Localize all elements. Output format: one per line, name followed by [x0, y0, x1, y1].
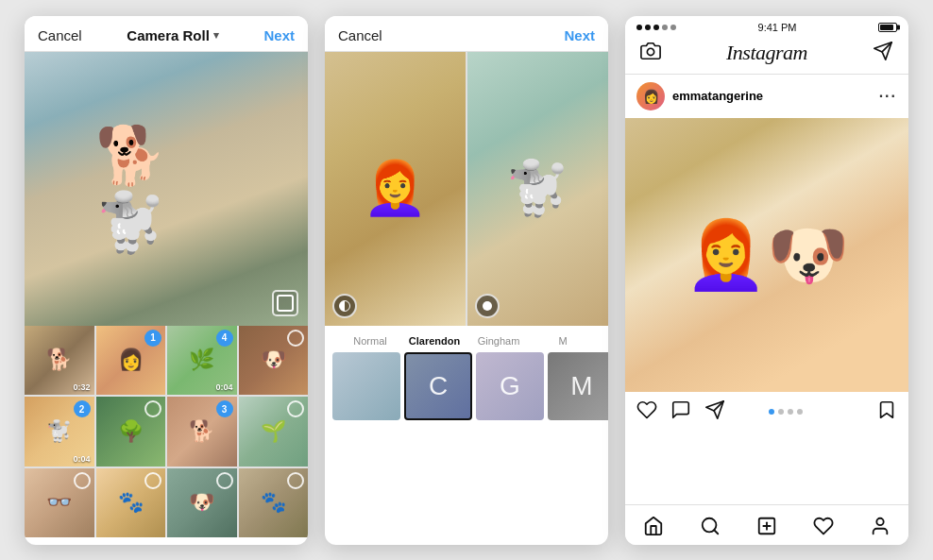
chevron-down-icon: ▾ [213, 29, 219, 42]
phone1-next-button[interactable]: Next [263, 27, 295, 43]
signal-dot [670, 25, 676, 30]
phone-2-filter: Cancel Next 👩‍🦰 🐩 Normal Clarendon Gingh… [325, 16, 608, 545]
phone2-header: Cancel Next [325, 16, 608, 52]
phone-3-instagram: 9:41 PM Instagram 👩 emmatangerine ··· 👩‍… [625, 16, 908, 545]
filter-thumb-normal[interactable] [332, 352, 400, 420]
thumbnail-grid: 0:32 1 4 0:04 2 0:04 3 [25, 326, 308, 538]
filter-clarendon-label[interactable]: Clarendon [402, 335, 466, 347]
phone1-header: Cancel Camera Roll ▾ Next [25, 16, 308, 52]
selection-circle [287, 400, 304, 417]
selection-circle [74, 472, 91, 489]
svg-point-10 [876, 518, 883, 524]
selection-number: 2 [74, 400, 91, 417]
video-duration: 0:04 [73, 454, 90, 464]
selection-circle [144, 400, 161, 417]
table-row[interactable]: 0:32 [25, 326, 94, 396]
carousel-dot [797, 409, 803, 415]
table-row[interactable] [25, 468, 94, 538]
avatar[interactable]: 👩 [636, 82, 665, 110]
signal-dot [645, 25, 651, 30]
post-actions [625, 392, 908, 429]
camera-roll-label: Camera Roll [127, 27, 210, 43]
bookmark-icon[interactable] [876, 399, 897, 425]
filter-strip: Normal Clarendon Gingham M C G M [325, 326, 608, 426]
table-row[interactable] [96, 468, 166, 538]
phone2-next-button[interactable]: Next [564, 27, 595, 43]
selection-circle [287, 330, 304, 347]
filter-thumb-clarendon[interactable]: C [404, 352, 472, 420]
share-icon[interactable] [704, 399, 725, 425]
signal-dot [636, 25, 642, 30]
table-row[interactable]: 2 0:04 [25, 397, 94, 467]
svg-line-6 [714, 530, 718, 534]
selection-number: 4 [216, 330, 233, 347]
instagram-post-photo: 👩‍🦰🐶 [625, 118, 908, 392]
filter-thumbs-row: C G M [325, 352, 608, 420]
table-row[interactable] [167, 468, 237, 538]
table-row[interactable] [239, 468, 309, 538]
phone1-title[interactable]: Camera Roll ▾ [127, 27, 219, 43]
signal-dot [653, 25, 659, 30]
phone2-cancel-button[interactable]: Cancel [338, 27, 382, 43]
dog-photo2: 🐩 [467, 52, 608, 326]
activity-icon[interactable] [806, 513, 840, 539]
home-icon[interactable] [636, 513, 670, 539]
filter-gingham-label[interactable]: Gingham [466, 335, 531, 347]
carousel-dots [769, 409, 803, 415]
carousel-dot [788, 409, 793, 415]
filter-normal-label[interactable]: Normal [338, 335, 402, 347]
camera-icon[interactable] [640, 41, 661, 66]
video-duration: 0:04 [215, 382, 232, 392]
profile-icon[interactable] [863, 513, 897, 539]
select-multiple-button[interactable] [272, 290, 298, 316]
selection-circle [216, 472, 233, 489]
selfie-photo: 👩‍🦰 [325, 52, 466, 326]
table-row[interactable]: 4 0:04 [167, 326, 237, 396]
carousel-dot [769, 409, 774, 415]
filter-names-row: Normal Clarendon Gingham M [325, 335, 608, 352]
carousel-dot [778, 409, 784, 415]
phone-1-camera-roll: Cancel Camera Roll ▾ Next 0:32 1 4 0:04 [25, 16, 308, 545]
status-bar: 9:41 PM [625, 16, 908, 35]
phone1-cancel-button[interactable]: Cancel [38, 27, 82, 43]
filter-thumb-gingham[interactable]: G [476, 352, 544, 420]
post-header: 👩 emmatangerine ··· [625, 75, 908, 118]
battery-icon [878, 23, 897, 32]
video-duration: 0:32 [73, 382, 90, 392]
selection-number: 1 [144, 330, 161, 347]
svg-point-0 [647, 48, 653, 55]
more-options-button[interactable]: ··· [879, 88, 897, 105]
add-post-icon[interactable] [750, 513, 784, 539]
signal-dot [662, 25, 668, 30]
table-row[interactable] [239, 397, 309, 467]
comment-icon[interactable] [670, 399, 691, 425]
photo-toggle-icon[interactable] [475, 294, 500, 318]
instagram-top-nav: Instagram [625, 35, 908, 75]
table-row[interactable] [96, 397, 166, 467]
selection-circle [144, 472, 161, 489]
table-row[interactable]: 1 [96, 326, 166, 396]
dual-photo-preview: 👩‍🦰 🐩 [325, 52, 608, 326]
selection-circle [287, 472, 304, 489]
selection-number: 3 [216, 400, 233, 417]
instagram-logo: Instagram [726, 41, 807, 65]
table-row[interactable]: 3 [167, 397, 237, 467]
status-time: 9:41 PM [758, 22, 797, 33]
signal-dots [636, 25, 676, 30]
dogs-photo [25, 52, 308, 326]
instagram-bottom-nav [625, 504, 908, 545]
search-icon[interactable] [693, 513, 727, 539]
table-row[interactable] [239, 326, 309, 396]
filter-moon-label[interactable]: M [531, 335, 595, 347]
filter-thumb-moon[interactable]: M [548, 352, 608, 420]
main-photo-preview [25, 52, 308, 326]
send-icon[interactable] [873, 41, 893, 66]
photo-toggle-icon[interactable] [332, 294, 357, 318]
like-icon[interactable] [636, 399, 657, 425]
username-label[interactable]: emmatangerine [672, 89, 879, 103]
